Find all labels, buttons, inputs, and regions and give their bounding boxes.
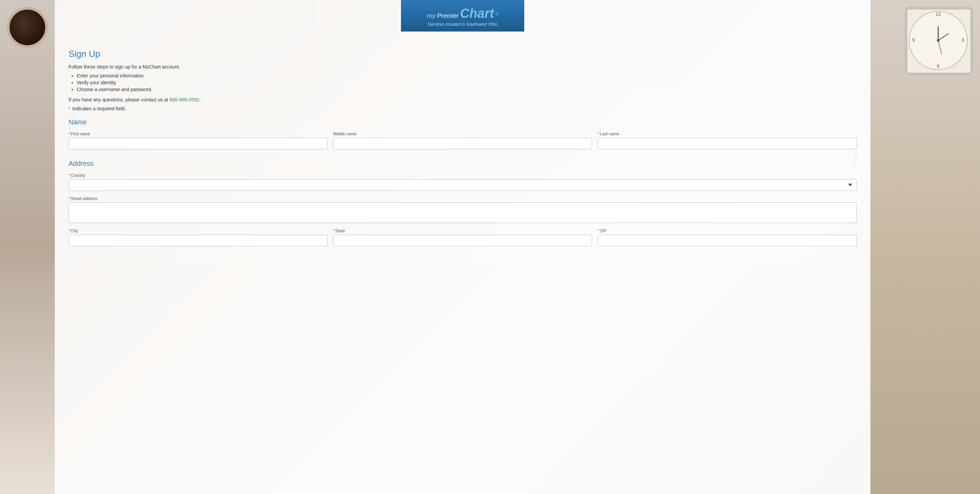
street-required-star: *: [68, 196, 70, 201]
city-state-zip-row: * City * State * ZIP: [68, 228, 857, 246]
logo-container: my Premier Chart ® Services located in S…: [401, 0, 524, 32]
required-field-note: * Indicates a required field.: [68, 106, 857, 112]
state-group: * State: [333, 228, 592, 246]
main-content-area: my Premier Chart ® Services located in S…: [55, 0, 870, 494]
last-name-label-text: Last name: [600, 132, 619, 136]
logo-subtitle: Services located in Southwest Ohio: [415, 22, 511, 27]
address-section: Address * Country United States Canada *…: [68, 159, 857, 246]
name-fields-row: * First name Middle name * Last name: [68, 132, 857, 149]
logo-top-line: my Premier Chart ®: [415, 6, 511, 21]
country-group: * Country United States Canada: [68, 173, 857, 191]
clock-svg: 12 3 6 9: [907, 10, 969, 71]
zip-label: * ZIP: [598, 228, 857, 233]
street-address-input[interactable]: [68, 202, 857, 223]
middle-name-label-text: Middle name: [333, 132, 357, 136]
contact-line: If you have any questions, please contac…: [68, 97, 857, 102]
last-name-required-star: *: [598, 132, 599, 136]
street-label: * Street address: [68, 196, 857, 201]
zip-required-star: *: [598, 228, 599, 233]
street-label-text: Street address: [71, 196, 98, 201]
city-group: * City: [68, 228, 328, 246]
last-name-label: * Last name: [598, 132, 857, 136]
page-title: Sign Up: [68, 49, 857, 59]
city-required-star: *: [68, 228, 70, 233]
step-1: Enter your personal information.: [77, 73, 857, 78]
middle-name-group: Middle name: [333, 132, 592, 149]
country-required-star: *: [68, 173, 70, 178]
required-note-text: Indicates a required field.: [72, 106, 126, 112]
first-name-input[interactable]: [68, 138, 328, 149]
first-name-label-text: First name: [71, 132, 91, 136]
logo-chart-text: Chart: [460, 6, 494, 21]
svg-text:6: 6: [937, 64, 940, 69]
zip-label-text: ZIP: [600, 228, 606, 233]
city-label-text: City: [71, 228, 78, 233]
city-label: * City: [68, 228, 328, 233]
step-3: Choose a username and password.: [77, 87, 857, 92]
state-required-star: *: [333, 228, 335, 233]
required-star: *: [68, 106, 70, 112]
logo-my-text: my: [427, 12, 436, 19]
first-name-required-star: *: [68, 132, 70, 136]
left-sidebar-bg: [0, 0, 55, 494]
svg-point-8: [937, 39, 940, 42]
last-name-group: * Last name: [598, 132, 857, 149]
steps-list: Enter your personal information. Verify …: [77, 73, 857, 92]
zip-group: * ZIP: [598, 228, 857, 246]
address-section-title: Address: [68, 159, 857, 167]
step-2: Verify your identity.: [77, 80, 857, 85]
state-label-text: State: [335, 228, 345, 233]
svg-text:12: 12: [935, 11, 941, 17]
last-name-input[interactable]: [598, 138, 857, 149]
middle-name-input[interactable]: [333, 138, 592, 149]
name-section-title: Name: [68, 118, 857, 126]
country-label: * Country: [68, 173, 857, 178]
logo-premier-text: Premier: [437, 12, 459, 19]
country-select[interactable]: United States Canada: [68, 179, 857, 191]
svg-text:3: 3: [961, 37, 964, 43]
city-input[interactable]: [68, 235, 328, 246]
street-group: * Street address: [68, 196, 857, 223]
phone-link[interactable]: 866-668-0592: [170, 97, 199, 102]
name-section: Name * First name Middle name *: [68, 118, 857, 149]
logo-trademark: ®: [495, 12, 499, 17]
middle-name-label: Middle name: [333, 132, 592, 136]
header: my Premier Chart ® Services located in S…: [68, 0, 857, 38]
state-input[interactable]: [333, 235, 592, 246]
coffee-cup-decoration: [7, 7, 48, 48]
state-label: * State: [333, 228, 592, 233]
first-name-group: * First name: [68, 132, 328, 149]
country-label-text: Country: [71, 173, 85, 178]
contact-prefix: If you have any questions, please contac…: [68, 97, 168, 102]
first-name-label: * First name: [68, 132, 328, 136]
svg-text:9: 9: [912, 37, 915, 43]
clock-decoration: 12 3 6 9: [905, 7, 973, 75]
zip-input[interactable]: [598, 235, 857, 246]
intro-text: Follow these steps to sign up for a MyCh…: [68, 64, 857, 70]
